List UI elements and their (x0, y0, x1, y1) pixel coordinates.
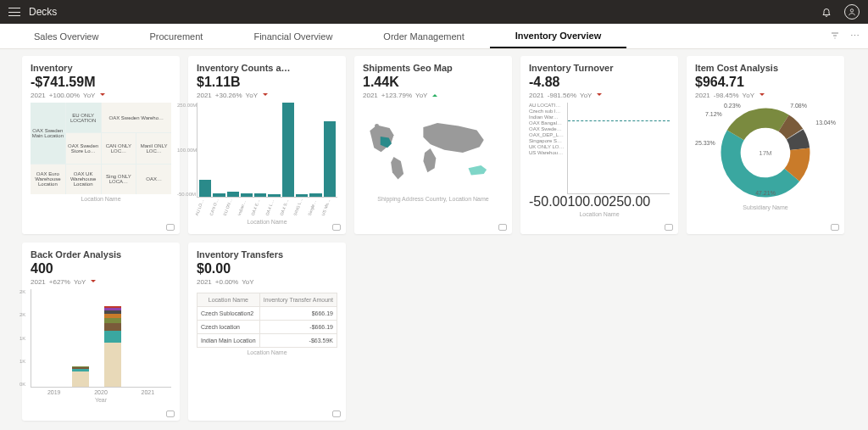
trend-down-icon (758, 92, 765, 99)
turnover-plot (567, 103, 670, 194)
trend-up-icon (431, 92, 437, 99)
bar-chart: 250.00M100.00M-50.00M (197, 103, 337, 198)
tab-financial-overview[interactable]: Financial Overview (228, 24, 358, 48)
expand-icon[interactable] (498, 224, 507, 231)
transfers-table: Location Name Inventory Transfer Amount … (197, 293, 337, 348)
donut-slice-label: 7.08% (790, 103, 807, 109)
card-subtext: 2021-98.45%YoY (695, 92, 836, 99)
filter-icon[interactable] (830, 31, 840, 42)
bar (309, 193, 321, 197)
treemap-cell: OAX… (136, 165, 171, 194)
card-caption: Location Name (197, 349, 337, 355)
card-metric: $1.11B (197, 75, 337, 90)
card-inventory[interactable]: Inventory -$741.59M 2021 +100.00% YoY OA… (22, 56, 180, 234)
donut-slice-label: 13.04% (815, 120, 836, 126)
tab-sales-overview[interactable]: Sales Overview (8, 24, 124, 48)
donut-slice-label: 0.23% (724, 103, 741, 109)
bar (254, 193, 266, 197)
trend-down-icon (98, 92, 105, 99)
donut-slice-label: 47.21% (755, 190, 776, 196)
card-metric: 400 (31, 261, 171, 276)
stacked-col (104, 306, 121, 387)
table-row: Czech Sublocation2$666.19 (198, 307, 337, 321)
card-metric: $0.00 (197, 261, 337, 276)
world-map (363, 103, 504, 194)
card-title: Inventory Counts a… (197, 63, 337, 73)
treemap-cell: EU ONLY LOCATION (66, 103, 101, 132)
treemap-cell: OAX Sweden Main Location (31, 103, 65, 164)
treemap-cell: CAN ONLY LOC… (102, 133, 136, 163)
expand-icon[interactable] (166, 224, 175, 231)
card-turnover[interactable]: Inventory Turnover -4.88 2021-981.56%YoY… (520, 56, 678, 234)
trend-down-icon (261, 92, 268, 99)
card-subtext: 2021+123.79%YoY (363, 92, 504, 99)
bar (268, 194, 280, 197)
card-caption: Shipping Address Country, Location Name (363, 196, 504, 202)
card-inventory-counts[interactable]: Inventory Counts a… $1.11B 2021+30.26%Yo… (188, 56, 346, 234)
expand-icon[interactable] (831, 224, 839, 231)
treemap-cell: OAX Sweden Wareho… (102, 103, 172, 132)
trend-down-icon (89, 278, 96, 286)
card-metric: 1.44K (363, 75, 504, 90)
card-subtext: 2021+627%YoY (31, 278, 171, 286)
expand-icon[interactable] (332, 410, 341, 417)
card-title: Item Cost Analysis (695, 63, 836, 73)
card-geo-map[interactable]: Shipments Geo Map 1.44K 2021+123.79%YoY (354, 56, 512, 234)
table-header: Location Name (198, 293, 260, 307)
card-subtext: 2021-981.56%YoY (529, 92, 670, 99)
card-title: Inventory (31, 63, 171, 73)
table-row: Czech location-$666.19 (198, 321, 337, 334)
card-caption: Location Name (197, 219, 337, 225)
bar (324, 121, 336, 197)
table-row: Indian Main Location-$63.59K (198, 334, 337, 348)
stacked-bar-chart: 2K2K1K1K0K (31, 289, 171, 388)
hamburger-icon[interactable] (8, 8, 20, 16)
notifications-icon[interactable] (819, 4, 834, 20)
treemap-cell: OAX Sweden Store Lo… (66, 133, 101, 163)
bar (282, 103, 294, 197)
tab-strip: Sales Overview Procurement Financial Ove… (0, 24, 868, 49)
expand-icon[interactable] (332, 224, 341, 231)
card-back-order[interactable]: Back Order Analysis 400 2021+627%YoY 2K2… (22, 243, 180, 421)
expand-icon[interactable] (166, 410, 175, 417)
treemap-cell: Sing ONLY LOCA… (102, 165, 136, 194)
bar (241, 193, 253, 197)
stacked-x-labels: 201920202021 (31, 389, 171, 395)
bar (296, 194, 308, 197)
avatar[interactable] (844, 4, 860, 20)
table-header: Inventory Transfer Amount (259, 293, 337, 307)
svg-point-0 (850, 9, 853, 12)
donut-slice-label: 25.33% (695, 140, 715, 146)
treemap-cell: OAX Euro Warehouse Location (31, 165, 65, 194)
tab-order-management[interactable]: Order Management (358, 24, 489, 48)
donut-slice-label: 7.12% (705, 111, 722, 117)
more-icon[interactable]: ⋯ (850, 31, 860, 42)
svg-point-1 (375, 124, 379, 128)
stacked-col (72, 366, 89, 387)
card-transfers[interactable]: Inventory Transfers $0.00 2021+0.00%YoY … (188, 243, 346, 421)
bar (227, 192, 239, 197)
tab-procurement[interactable]: Procurement (124, 24, 228, 48)
card-title: Shipments Geo Map (363, 63, 504, 73)
turnover-xticks: -50.00100.00250.00 (529, 194, 670, 209)
bar (213, 193, 225, 197)
card-item-cost[interactable]: Item Cost Analysis $964.71 2021-98.45%Yo… (687, 56, 844, 234)
trend-down-icon (595, 92, 602, 99)
card-caption: Location Name (529, 211, 670, 217)
card-title: Inventory Transfers (197, 249, 337, 260)
card-subtext: 2021+30.26%YoY (197, 92, 337, 99)
turnover-list: AU LOCATI…Czech sub l…Indian War…OAX Ban… (529, 103, 564, 194)
bar-x-labels: AU LO…CAN O…EU ON…Indian…OAX E…OAX L…OAX… (197, 199, 337, 217)
tab-inventory-overview[interactable]: Inventory Overview (490, 24, 627, 48)
app-title: Decks (29, 6, 57, 18)
donut-center-label: 17M (759, 149, 772, 157)
treemap-cell: Manil ONLY LOC… (136, 133, 171, 163)
dashboard-grid: Inventory -$741.59M 2021 +100.00% YoY OA… (0, 49, 868, 427)
app-topbar: Decks (0, 0, 868, 24)
donut-chart: 17M 0.23% 7.12% 7.08% 13.04% 47.21% 25.3… (695, 103, 836, 203)
expand-icon[interactable] (665, 224, 673, 231)
card-caption: Year (31, 397, 171, 403)
card-title: Inventory Turnover (529, 63, 670, 73)
card-caption: Subsidiary Name (695, 204, 836, 210)
bar (199, 180, 211, 197)
